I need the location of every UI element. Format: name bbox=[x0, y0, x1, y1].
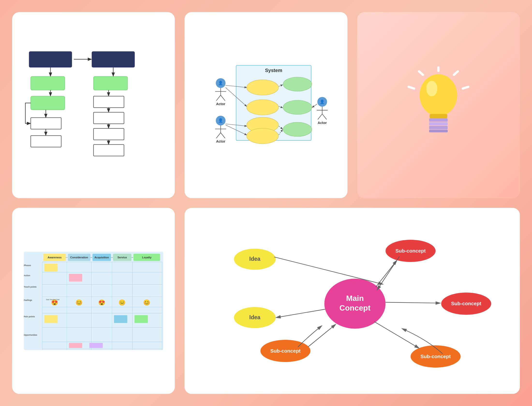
lightbulb-svg bbox=[405, 66, 472, 144]
mm-curved-3 bbox=[298, 326, 322, 347]
uml-actor-leg1-3 bbox=[318, 114, 322, 120]
mm-curved-1 bbox=[377, 256, 399, 290]
row-painpoints-label: Pain points bbox=[24, 315, 35, 318]
uml-actor-leg1-1 bbox=[216, 95, 221, 101]
uml-actor-person-2: 👤 bbox=[218, 118, 223, 123]
uml-actor3-line1 bbox=[312, 104, 317, 107]
arrow-4: → bbox=[130, 255, 134, 259]
lightbulb-card bbox=[357, 12, 520, 198]
mm-arrow-idea-2 bbox=[276, 309, 325, 318]
uml-actor-leg2-2 bbox=[221, 133, 225, 138]
fc-dark-box-2 bbox=[92, 51, 135, 68]
col-service-label: Service bbox=[118, 256, 127, 259]
arrow-2: → bbox=[89, 255, 93, 259]
mm-arrow-3 bbox=[375, 322, 419, 348]
fc-white-box-3 bbox=[94, 96, 124, 108]
bulb-highlight bbox=[426, 81, 437, 96]
main-concept-text-1: Main bbox=[346, 294, 364, 303]
uml-svg: System 👤 Actor 👤 Actor 👤 bbox=[194, 22, 338, 188]
journey-card: Awareness Consideration Acquisition Serv… bbox=[12, 208, 175, 394]
uml-actor-person-3: 👤 bbox=[320, 99, 325, 104]
row-action-label: Action bbox=[24, 274, 30, 277]
sub-concept-bottom-left-label: Sub-concept bbox=[270, 348, 301, 354]
bulb-main bbox=[420, 74, 457, 116]
fc-white-box-1 bbox=[31, 118, 61, 129]
uml-actor-leg2-3 bbox=[322, 114, 327, 120]
main-concept-text-2: Concept bbox=[340, 304, 371, 312]
col-loyalty-label: Loyalty bbox=[142, 256, 152, 259]
uml-usecase-4 bbox=[247, 128, 279, 144]
uml-actor-person-1: 👤 bbox=[218, 80, 223, 86]
uml-usecase-green-2 bbox=[283, 100, 312, 114]
uml-usecase-2 bbox=[247, 100, 279, 115]
ray-left bbox=[409, 87, 414, 88]
fc-white-box-5 bbox=[94, 128, 124, 140]
bulb-base-2 bbox=[429, 122, 448, 125]
fc-green-box-2 bbox=[31, 96, 65, 110]
arrow-1: → bbox=[65, 255, 68, 259]
uml-actor-label-1: Actor bbox=[216, 102, 225, 106]
flowchart-svg bbox=[22, 22, 165, 188]
fc-branch-1 bbox=[25, 103, 31, 123]
arrow-3: → bbox=[110, 255, 113, 259]
fc-white-box-2 bbox=[31, 136, 61, 147]
fc-white-box-4 bbox=[94, 112, 124, 124]
bulb-base-3 bbox=[429, 126, 448, 129]
sticky-pain-2 bbox=[114, 315, 127, 323]
uml-actor-label-2: Actor bbox=[216, 139, 225, 143]
sticky-action-1 bbox=[44, 264, 58, 271]
uml-system-label: System bbox=[265, 68, 282, 73]
mm-arrow-2 bbox=[386, 302, 440, 303]
uml-usecase-green-3 bbox=[283, 122, 312, 136]
journey-svg: Awareness Consideration Acquisition Serv… bbox=[22, 218, 165, 384]
mindmap-card: Main Concept Sub-concept Sub-concept Sub… bbox=[185, 208, 520, 394]
emoji-2: 😊 bbox=[75, 299, 83, 306]
uml-actor-leg2-1 bbox=[221, 95, 225, 101]
bulb-base-1 bbox=[429, 118, 448, 122]
flowchart-card bbox=[12, 12, 175, 198]
sticky-pain-1 bbox=[44, 315, 58, 323]
sub-concept-bottom-right-label: Sub-concept bbox=[421, 354, 451, 359]
bulb-neck-1 bbox=[430, 114, 447, 118]
uml-actor-label-3: Actor bbox=[318, 121, 327, 125]
uml-card: System 👤 Actor 👤 Actor 👤 bbox=[185, 12, 347, 198]
mm-arrow-4 bbox=[308, 325, 336, 347]
bulb-base-4 bbox=[429, 130, 448, 132]
col-acquisition-label: Acquisition bbox=[95, 256, 109, 259]
uml-usecase-1 bbox=[247, 80, 279, 95]
idea-top-label: Idea bbox=[249, 256, 260, 262]
fc-green-box-1 bbox=[31, 76, 65, 90]
uml-usecase-green-1 bbox=[283, 77, 312, 91]
feelings-scale: Sad Neutral Sad bbox=[46, 298, 59, 301]
ray-top-right bbox=[454, 71, 458, 75]
ray-top-left bbox=[419, 71, 423, 75]
sticky-pain-3 bbox=[134, 315, 148, 323]
fc-white-box-6 bbox=[94, 145, 124, 156]
fc-green-box-3 bbox=[94, 76, 128, 90]
row-opportunities-label: Opportunities bbox=[24, 334, 37, 336]
sub-concept-right-label: Sub-concept bbox=[451, 301, 481, 306]
sticky-opp-1 bbox=[69, 343, 82, 348]
ray-right bbox=[463, 87, 468, 88]
sticky-touch-1 bbox=[69, 274, 82, 282]
col-consideration-label: Consideration bbox=[70, 256, 88, 259]
idea-bottom-label: Idea bbox=[249, 314, 260, 320]
emoji-5: 😊 bbox=[143, 299, 150, 306]
row-feelings-label: Feelings bbox=[24, 299, 32, 301]
row-phases-label: Phases bbox=[24, 264, 31, 267]
emoji-3: 😍 bbox=[98, 299, 105, 306]
fc-dark-box-1 bbox=[29, 51, 72, 68]
col-awareness-label: Awareness bbox=[48, 256, 62, 259]
row-touchpoints-label: Touch points bbox=[24, 286, 37, 288]
uml-actor-leg1-2 bbox=[216, 133, 221, 138]
mm-arrow-idea-1 bbox=[274, 257, 383, 284]
mindmap-svg: Main Concept Sub-concept Sub-concept Sub… bbox=[194, 218, 510, 384]
sub-concept-top-right-label: Sub-concept bbox=[396, 248, 426, 254]
emoji-4: 😐 bbox=[118, 299, 126, 306]
sticky-opp-2 bbox=[89, 343, 103, 348]
